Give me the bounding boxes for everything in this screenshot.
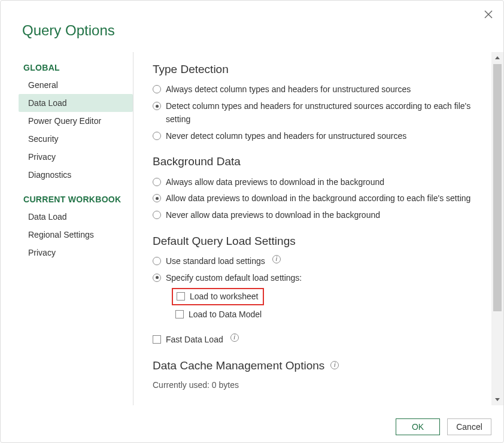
background-data-option-0[interactable]: Always allow data previews to download i… [153,174,472,191]
info-icon[interactable]: i [272,255,281,263]
info-icon[interactable]: i [230,333,239,342]
sidebar-item-privacy[interactable]: Privacy [19,148,133,166]
option-label: Specify custom default load settings: [166,272,302,285]
load-to-worksheet-label: Load to worksheet [190,290,258,304]
radio-icon [153,257,161,265]
radio-icon [153,274,161,282]
section-data-cache: Data Cache Management Options i [153,357,339,374]
dialog-footer: OK Cancel [396,418,491,435]
vertical-scrollbar[interactable] [491,52,503,405]
option-label: Never allow data previews to download in… [166,209,380,222]
load-to-worksheet-checkbox[interactable] [177,292,185,301]
radio-icon [153,132,161,140]
radio-icon [153,102,161,110]
sidebar-item-wb-data-load[interactable]: Data Load [19,208,133,226]
dialog-title: Query Options [1,8,503,44]
radio-icon [153,194,161,202]
scroll-up-arrow[interactable] [491,52,503,64]
fast-data-load-checkbox [153,335,161,344]
type-detection-option-2[interactable]: Never detect column types and headers fo… [153,128,472,145]
sidebar-item-security[interactable]: Security [19,130,133,148]
option-label: Use standard load settings [166,255,265,268]
sidebar-item-general[interactable]: General [19,76,133,94]
background-data-option-1[interactable]: Allow data previews to download in the b… [153,190,472,207]
option-label: Never detect column types and headers fo… [166,130,406,143]
section-background-data: Background Data [153,153,472,170]
cancel-button[interactable]: Cancel [447,418,491,435]
sidebar-section-workbook: CURRENT WORKBOOK [19,184,133,208]
default-load-option-0[interactable]: Use standard load settings i [153,253,472,270]
sidebar-item-wb-privacy[interactable]: Privacy [19,244,133,262]
sidebar-item-wb-regional-settings[interactable]: Regional Settings [19,226,133,244]
close-button[interactable] [482,8,495,21]
close-icon [484,10,493,19]
scrollbar-track[interactable] [491,64,503,393]
fast-data-load-label: Fast Data Load [166,333,223,347]
load-to-data-model-checkbox [175,310,184,318]
radio-icon [153,211,161,219]
chevron-up-icon [494,54,501,62]
section-data-cache-label: Data Cache Management Options [153,357,324,374]
sidebar-item-diagnostics[interactable]: Diagnostics [19,166,133,184]
section-type-detection: Type Detection [153,60,472,78]
ok-button[interactable]: OK [396,418,440,435]
section-default-load: Default Query Load Settings [153,232,472,250]
load-to-data-model-row[interactable]: Load to Data Model [175,307,472,323]
option-label: Always detect column types and headers f… [166,83,411,96]
scrollbar-thumb[interactable] [493,64,502,311]
sidebar-section-global: GLOBAL [19,52,133,76]
option-label: Allow data previews to download in the b… [166,192,470,205]
background-data-option-2[interactable]: Never allow data previews to download in… [153,207,472,224]
radio-icon [153,85,161,93]
chevron-down-icon [494,396,501,403]
option-label: Always allow data previews to download i… [166,176,384,189]
sidebar: GLOBAL General Data Load Power Query Edi… [1,52,133,405]
load-to-data-model-label: Load to Data Model [189,308,262,321]
sidebar-item-power-query-editor[interactable]: Power Query Editor [19,112,133,130]
info-icon[interactable]: i [330,361,339,369]
cache-currently-used: Currently used: 0 bytes [153,378,472,392]
fast-data-load-row[interactable]: Fast Data Load i [153,332,472,348]
radio-icon [153,178,161,186]
settings-content: Type Detection Always detect column type… [133,52,491,405]
scroll-down-arrow[interactable] [491,393,503,405]
type-detection-option-1[interactable]: Detect column types and headers for unst… [153,98,472,128]
default-load-option-1[interactable]: Specify custom default load settings: [153,270,472,287]
type-detection-option-0[interactable]: Always detect column types and headers f… [153,81,472,98]
query-options-dialog: Query Options GLOBAL General Data Load P… [0,0,504,443]
sidebar-item-data-load[interactable]: Data Load [19,94,133,112]
load-to-worksheet-highlight: Load to worksheet [172,288,264,306]
option-label: Detect column types and headers for unst… [166,100,472,126]
